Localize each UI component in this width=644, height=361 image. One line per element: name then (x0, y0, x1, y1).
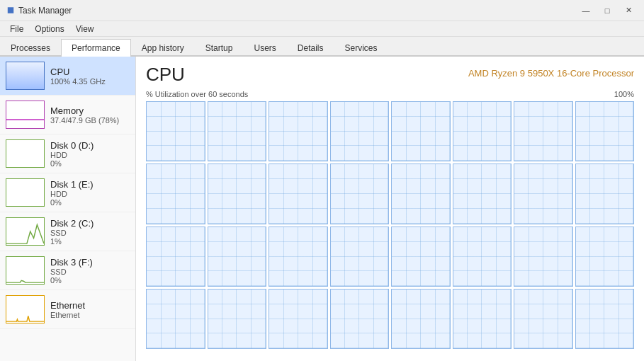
tab-details[interactable]: Details (287, 39, 334, 57)
cpu-cell-4 (330, 101, 390, 161)
memory-label: Memory (50, 105, 130, 116)
minimize-button[interactable]: — (576, 4, 596, 18)
disk1-usage: 0% (50, 198, 130, 207)
menu-file[interactable]: File (4, 23, 29, 35)
ethernet-thumbnail (6, 295, 45, 323)
cpu-cell-22 (453, 227, 512, 287)
chart-max: 100% (614, 90, 634, 98)
menu-view[interactable]: View (70, 23, 100, 35)
cpu-cell-21 (391, 227, 451, 287)
cpu-cell-1 (146, 101, 205, 161)
cpu-usage: 100% 4.35 GHz (50, 77, 130, 86)
close-button[interactable]: ✕ (618, 4, 638, 18)
cpu-cell-30 (453, 289, 512, 349)
cpu-cell-12 (330, 164, 390, 224)
sidebar-item-cpu[interactable]: CPU 100% 4.35 GHz (0, 57, 135, 96)
ethernet-label: Ethernet (50, 300, 130, 311)
cpu-cell-13 (391, 164, 451, 224)
disk2-type: SSD (50, 229, 130, 237)
disk0-thumbnail (6, 139, 45, 168)
disk1-label: Disk 1 (E:) (50, 179, 130, 190)
cpu-cell-26 (208, 289, 267, 349)
content-header: CPU AMD Ryzen 9 5950X 16-Core Processor (146, 64, 634, 86)
tab-bar: Processes Performance App history Startu… (0, 37, 644, 57)
app-icon (6, 6, 16, 16)
menu-bar: File Options View (0, 21, 644, 37)
tab-startup[interactable]: Startup (195, 39, 244, 57)
main-layout: CPU 100% 4.35 GHz Memory 37.4/47.9 GB (7… (0, 57, 644, 361)
cpu-cell-8 (575, 101, 635, 161)
cpu-cell-27 (269, 289, 328, 349)
tab-services[interactable]: Services (334, 39, 388, 57)
disk3-usage: 0% (50, 276, 130, 285)
cpu-cell-20 (330, 227, 390, 287)
disk2-thumbnail (6, 217, 45, 246)
content-area: CPU AMD Ryzen 9 5950X 16-Core Processor … (136, 57, 644, 361)
chart-label: % Utilization over 60 seconds (146, 90, 248, 98)
cpu-cell-7 (514, 101, 573, 161)
cpu-cell-10 (208, 164, 267, 224)
cpu-grid (146, 101, 634, 349)
cpu-cell-16 (575, 164, 635, 224)
cpu-cell-24 (575, 227, 635, 287)
cpu-cell-2 (208, 101, 267, 161)
cpu-cell-9 (146, 164, 205, 224)
cpu-cell-17 (146, 227, 205, 287)
disk1-type: HDD (50, 190, 130, 198)
cpu-cell-11 (269, 164, 328, 224)
disk1-thumbnail (6, 178, 45, 207)
sidebar-item-ethernet[interactable]: Ethernet Ethernet (0, 290, 135, 329)
tab-users[interactable]: Users (243, 39, 286, 57)
window-controls: — □ ✕ (576, 4, 638, 18)
page-title: CPU (146, 64, 185, 86)
memory-usage: 37.4/47.9 GB (78%) (50, 116, 130, 125)
sidebar-item-memory[interactable]: Memory 37.4/47.9 GB (78%) (0, 96, 135, 134)
cpu-cell-19 (269, 227, 328, 287)
cpu-cell-28 (330, 289, 390, 349)
cpu-cell-5 (391, 101, 451, 161)
menu-options[interactable]: Options (29, 23, 69, 35)
sidebar-item-disk3[interactable]: Disk 3 (F:) SSD 0% (0, 251, 135, 290)
disk3-thumbnail (6, 256, 45, 285)
sidebar-item-disk1[interactable]: Disk 1 (E:) HDD 0% (0, 173, 135, 212)
cpu-cell-6 (453, 101, 512, 161)
sidebar-item-disk2[interactable]: Disk 2 (C:) SSD 1% (0, 212, 135, 251)
memory-thumbnail (6, 101, 45, 129)
cpu-label: CPU (50, 67, 130, 77)
ethernet-sub: Ethernet (50, 311, 130, 319)
cpu-cell-3 (269, 101, 328, 161)
chart-label-row: % Utilization over 60 seconds 100% (146, 90, 634, 98)
disk0-type: HDD (50, 151, 130, 159)
disk0-label: Disk 0 (D:) (50, 140, 130, 151)
cpu-cell-29 (391, 289, 451, 349)
restore-button[interactable]: □ (597, 4, 617, 18)
window-title: Task Manager (18, 6, 576, 16)
disk2-label: Disk 2 (C:) (50, 218, 130, 229)
tab-processes[interactable]: Processes (0, 39, 61, 57)
tab-app-history[interactable]: App history (131, 39, 195, 57)
tab-performance[interactable]: Performance (61, 39, 131, 57)
disk0-usage: 0% (50, 159, 130, 168)
title-bar: Task Manager — □ ✕ (0, 0, 644, 21)
cpu-cell-15 (514, 164, 573, 224)
cpu-cell-32 (575, 289, 635, 349)
disk2-usage: 1% (50, 237, 130, 246)
cpu-cell-14 (453, 164, 512, 224)
cpu-cell-31 (514, 289, 573, 349)
sidebar-item-disk0[interactable]: Disk 0 (D:) HDD 0% (0, 134, 135, 173)
cpu-cell-23 (514, 227, 573, 287)
cpu-cell-25 (146, 289, 205, 349)
cpu-cell-18 (208, 227, 267, 287)
sidebar: CPU 100% 4.35 GHz Memory 37.4/47.9 GB (7… (0, 57, 136, 361)
disk3-label: Disk 3 (F:) (50, 257, 130, 268)
processor-name: AMD Ryzen 9 5950X 16-Core Processor (468, 64, 634, 79)
cpu-thumbnail (6, 62, 45, 90)
disk3-type: SSD (50, 268, 130, 276)
